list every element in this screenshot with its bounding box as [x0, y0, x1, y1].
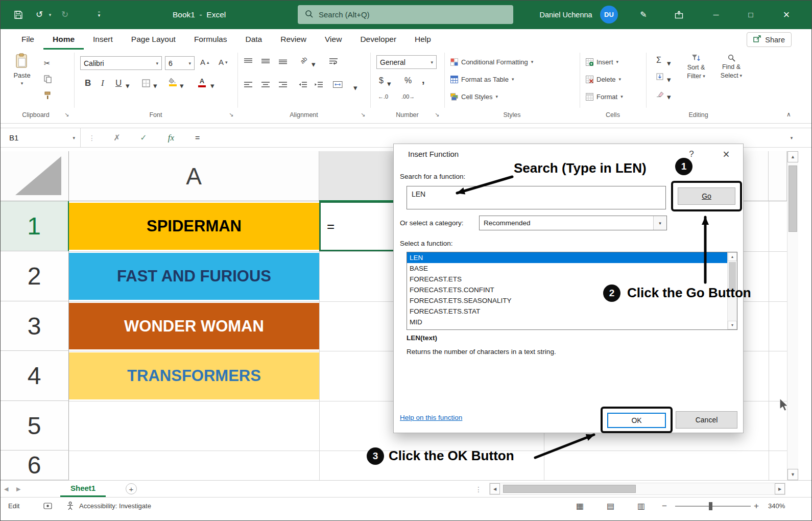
function-list-item[interactable]: LEN [407, 252, 728, 263]
clear-button[interactable] [656, 90, 664, 98]
row-header-4[interactable]: 4 [0, 351, 69, 401]
row-header-2[interactable]: 2 [0, 251, 69, 301]
function-search-input[interactable]: LEN [407, 186, 666, 209]
zoom-slider-track[interactable] [675, 506, 751, 507]
wrap-text-button[interactable] [329, 58, 338, 65]
function-list-item[interactable]: FORECAST.ETS.STAT [407, 306, 728, 317]
expand-formula-bar-icon[interactable]: ▾ [786, 128, 797, 147]
cell-a4[interactable]: TRANSFORMERS [69, 352, 319, 399]
macro-record-icon[interactable] [43, 498, 52, 514]
find-select-button[interactable]: Find & Select▾ [715, 54, 748, 79]
middle-align-button[interactable] [261, 58, 270, 64]
tab-file[interactable]: File [12, 29, 43, 50]
sheet-tab-sheet1[interactable]: Sheet1 [60, 481, 106, 497]
tab-view[interactable]: View [316, 29, 351, 50]
scroll-left-button[interactable]: ◀ [490, 483, 500, 494]
cell-styles-button[interactable]: Cell Styles ▾ [450, 90, 498, 103]
previous-sheet-button[interactable]: ◀ [4, 481, 14, 498]
copy-button[interactable] [44, 75, 52, 83]
scroll-up-button[interactable]: ▲ [787, 151, 798, 162]
zoom-slider-thumb[interactable] [709, 502, 712, 510]
ok-button[interactable]: OK [607, 413, 666, 428]
insert-cells-button[interactable]: Insert ▾ [586, 56, 618, 68]
row-header-6[interactable]: 6 [0, 451, 69, 480]
format-painter-button[interactable] [44, 91, 51, 100]
share-button[interactable]: Share [747, 32, 792, 47]
number-format-combo[interactable]: General ▾ [376, 55, 437, 69]
fill-dropdown-icon[interactable]: ▾ [667, 75, 671, 84]
cancel-button[interactable]: Cancel [676, 411, 737, 429]
tab-developer[interactable]: Developer [351, 29, 405, 50]
user-avatar[interactable]: DU [600, 6, 618, 23]
tab-review[interactable]: Review [271, 29, 316, 50]
autosum-button[interactable]: Σ [656, 56, 661, 65]
zoom-level[interactable]: 340% [768, 498, 785, 514]
fill-button[interactable] [656, 73, 663, 80]
new-sheet-button[interactable]: + [126, 483, 137, 494]
help-on-function-link[interactable]: Help on this function [400, 414, 462, 421]
cell-a2[interactable]: FAST AND FURIOUS [69, 253, 319, 300]
clear-dropdown-icon[interactable]: ▾ [667, 92, 671, 102]
cut-button[interactable]: ✂ [44, 59, 51, 68]
underline-button[interactable]: U [115, 78, 122, 88]
paste-button[interactable]: Paste ▾ [7, 53, 37, 86]
bold-button[interactable]: B [85, 78, 91, 88]
function-list-item[interactable]: MID [407, 317, 728, 327]
ribbon-display-options-icon[interactable] [670, 0, 687, 29]
increase-indent-button[interactable] [315, 81, 323, 88]
autosum-dropdown-icon[interactable]: ▾ [667, 59, 671, 68]
column-header-a[interactable]: A [69, 151, 319, 201]
scroll-down-button[interactable]: ▼ [787, 469, 798, 480]
align-right-button[interactable] [279, 81, 288, 88]
tab-insert[interactable]: Insert [84, 29, 122, 50]
tab-home[interactable]: Home [43, 29, 84, 50]
zoom-out-button[interactable]: − [662, 498, 672, 514]
font-dialog-launcher[interactable]: ↘ [229, 111, 233, 118]
accessibility-status[interactable]: Accessibility: Investigate [79, 498, 151, 514]
font-size-combo[interactable]: 6 ▾ [165, 56, 195, 70]
font-color-button[interactable]: A [198, 77, 206, 87]
italic-button[interactable]: I [101, 78, 104, 88]
top-align-button[interactable] [244, 58, 253, 64]
font-color-dropdown-icon[interactable]: ▾ [210, 81, 214, 90]
dialog-close-button[interactable]: × [719, 148, 734, 160]
underline-dropdown-icon[interactable]: ▾ [126, 81, 130, 90]
fill-color-dropdown-icon[interactable]: ▾ [180, 81, 184, 90]
cancel-formula-button[interactable]: ✗ [109, 128, 125, 147]
percent-style-button[interactable]: % [404, 76, 412, 85]
tab-page-layout[interactable]: Page Layout [122, 29, 185, 50]
merge-center-dropdown-icon[interactable]: ▾ [353, 83, 357, 92]
row-header-1[interactable]: 1 [0, 201, 69, 251]
decrease-decimal-button[interactable]: .00→ [401, 93, 415, 100]
search-bar[interactable]: Search (Alt+Q) [298, 5, 513, 24]
pen-icon[interactable]: ✎ [635, 0, 652, 29]
borders-button[interactable] [142, 79, 150, 87]
page-layout-view-button[interactable]: ▤ [607, 498, 622, 514]
zoom-in-button[interactable]: + [754, 498, 764, 514]
align-center-button[interactable] [261, 81, 270, 88]
collapse-ribbon-button[interactable]: ∧ [786, 111, 791, 118]
undo-dropdown-icon[interactable]: ▾ [47, 0, 53, 29]
vertical-scrollbar-thumb[interactable] [789, 165, 797, 232]
next-sheet-button[interactable]: ▶ [16, 481, 27, 498]
undo-button[interactable]: ↺ [32, 0, 47, 29]
comma-style-button[interactable]: , [422, 74, 425, 86]
accounting-dropdown-icon[interactable]: ▾ [387, 79, 391, 88]
orientation-dropdown-icon[interactable]: ▾ [312, 60, 316, 69]
tab-data[interactable]: Data [236, 29, 271, 50]
accounting-format-button[interactable]: $ [379, 76, 384, 85]
function-list-item[interactable]: FORECAST.ETS [407, 274, 728, 285]
conditional-formatting-button[interactable]: Conditional Formatting ▾ [450, 56, 533, 68]
list-scroll-up-button[interactable]: ▴ [728, 252, 737, 261]
number-dialog-launcher[interactable]: ↘ [435, 111, 439, 118]
tab-help[interactable]: Help [405, 29, 440, 50]
formula-input[interactable]: = [195, 128, 210, 147]
scroll-right-button[interactable]: ▶ [775, 483, 785, 494]
bottom-align-button[interactable] [279, 58, 288, 64]
grow-font-button[interactable]: A▴ [200, 58, 209, 66]
alignment-dialog-launcher[interactable]: ↘ [361, 111, 365, 118]
shrink-font-button[interactable]: A▾ [219, 58, 228, 66]
clipboard-dialog-launcher[interactable]: ↘ [64, 111, 69, 118]
function-list-item[interactable]: BASE [407, 263, 728, 274]
borders-dropdown-icon[interactable]: ▾ [153, 81, 157, 90]
